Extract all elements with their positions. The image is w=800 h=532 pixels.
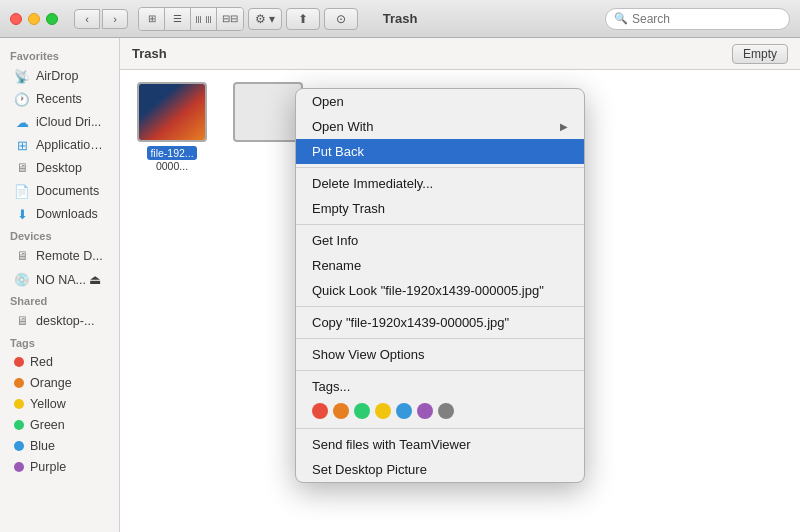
context-menu-quick-look[interactable]: Quick Look "file-1920x1439-000005.jpg" — [296, 278, 584, 303]
separator-2 — [296, 224, 584, 225]
favorites-section-title: Favorites — [0, 46, 119, 64]
content-toolbar: Trash Empty — [120, 38, 800, 70]
context-menu-open-with-label: Open With — [312, 119, 373, 134]
sidebar-item-red[interactable]: Red — [4, 352, 115, 372]
tag-red[interactable] — [312, 403, 328, 419]
context-menu-view-options[interactable]: Show View Options — [296, 342, 584, 367]
file-thumbnail-1 — [137, 82, 207, 142]
clock-icon: 🕐 — [14, 91, 30, 107]
context-menu-delete[interactable]: Delete Immediately... — [296, 171, 584, 196]
shared-section-title: Shared — [0, 291, 119, 309]
context-menu-copy[interactable]: Copy "file-1920x1439-000005.jpg" — [296, 310, 584, 335]
separator-1 — [296, 167, 584, 168]
sidebar-item-desktop-share[interactable]: 🖥 desktop-... — [4, 310, 115, 332]
nav-buttons: ‹ › — [74, 9, 128, 29]
purple-tag-dot — [14, 462, 24, 472]
share-button[interactable]: ⬆ — [286, 8, 320, 30]
sidebar: Favorites 📡 AirDrop 🕐 Recents ☁ iCloud D… — [0, 38, 120, 532]
desktop-icon: 🖥 — [14, 160, 30, 176]
context-menu-get-info-label: Get Info — [312, 233, 358, 248]
sidebar-item-label: Blue — [30, 439, 55, 453]
app-icon: ⊞ — [14, 137, 30, 153]
file-item-1[interactable]: file-192... 0000... — [132, 82, 212, 172]
tag-yellow[interactable] — [375, 403, 391, 419]
document-icon: 📄 — [14, 183, 30, 199]
file-label-1: file-192... — [147, 146, 196, 160]
green-tag-dot — [14, 420, 24, 430]
list-view-button[interactable]: ☰ — [165, 8, 191, 30]
sidebar-item-nona[interactable]: 💿 NO NA... ⏏ — [4, 268, 115, 290]
sidebar-item-recents[interactable]: 🕐 Recents — [4, 88, 115, 110]
context-menu-empty-trash-label: Empty Trash — [312, 201, 385, 216]
context-menu-set-desktop[interactable]: Set Desktop Picture — [296, 457, 584, 482]
sidebar-item-green[interactable]: Green — [4, 415, 115, 435]
sidebar-item-icloud[interactable]: ☁ iCloud Dri... — [4, 111, 115, 133]
context-menu-open-with[interactable]: Open With ▶ — [296, 114, 584, 139]
sidebar-item-applications[interactable]: ⊞ Application... — [4, 134, 115, 156]
context-menu-put-back-label: Put Back — [312, 144, 364, 159]
airdrop-icon: 📡 — [14, 68, 30, 84]
context-menu-teamviewer-label: Send files with TeamViewer — [312, 437, 471, 452]
context-menu-view-options-label: Show View Options — [312, 347, 425, 362]
sidebar-item-label: Application... — [36, 138, 105, 152]
devices-section-title: Devices — [0, 226, 119, 244]
context-menu-get-info[interactable]: Get Info — [296, 228, 584, 253]
content-area: Trash Empty file-192... 0000... Open — [120, 38, 800, 532]
context-menu-quick-look-label: Quick Look "file-1920x1439-000005.jpg" — [312, 283, 544, 298]
disk-icon: 💿 — [14, 271, 30, 287]
empty-trash-button[interactable]: Empty — [732, 44, 788, 64]
sidebar-item-label: Orange — [30, 376, 72, 390]
tag-green[interactable] — [354, 403, 370, 419]
blue-tag-dot — [14, 441, 24, 451]
red-tag-dot — [14, 357, 24, 367]
traffic-lights — [10, 13, 58, 25]
sidebar-item-label: iCloud Dri... — [36, 115, 101, 129]
context-menu-copy-label: Copy "file-1920x1439-000005.jpg" — [312, 315, 509, 330]
context-menu-set-desktop-label: Set Desktop Picture — [312, 462, 427, 477]
close-button[interactable] — [10, 13, 22, 25]
search-bar[interactable]: 🔍 — [605, 8, 790, 30]
separator-4 — [296, 338, 584, 339]
view-mode-group: ⊞ ☰ ⫼⫼ ⊟⊟ — [138, 7, 244, 31]
context-menu-tags[interactable]: Tags... — [296, 374, 584, 399]
sidebar-item-blue[interactable]: Blue — [4, 436, 115, 456]
sidebar-item-airdrop[interactable]: 📡 AirDrop — [4, 65, 115, 87]
context-menu-rename[interactable]: Rename — [296, 253, 584, 278]
tag-purple[interactable] — [417, 403, 433, 419]
tag-gray[interactable] — [438, 403, 454, 419]
sidebar-item-label: Documents — [36, 184, 99, 198]
sidebar-item-label: Red — [30, 355, 53, 369]
sidebar-item-downloads[interactable]: ⬇ Downloads — [4, 203, 115, 225]
file-thumbnail-2 — [233, 82, 303, 142]
sidebar-item-label: desktop-... — [36, 314, 94, 328]
context-menu-empty-trash[interactable]: Empty Trash — [296, 196, 584, 221]
context-menu-put-back[interactable]: Put Back — [296, 139, 584, 164]
sidebar-item-desktop[interactable]: 🖥 Desktop — [4, 157, 115, 179]
sidebar-item-remote[interactable]: 🖥 Remote D... — [4, 245, 115, 267]
back-button[interactable]: ‹ — [74, 9, 100, 29]
sidebar-item-documents[interactable]: 📄 Documents — [4, 180, 115, 202]
context-menu-open[interactable]: Open — [296, 89, 584, 114]
context-menu-teamviewer[interactable]: Send files with TeamViewer — [296, 432, 584, 457]
minimize-button[interactable] — [28, 13, 40, 25]
column-view-button[interactable]: ⫼⫼ — [191, 8, 217, 30]
sidebar-item-label: AirDrop — [36, 69, 78, 83]
view-options-button[interactable]: ⚙ ▾ — [248, 8, 282, 30]
context-menu-open-label: Open — [312, 94, 344, 109]
submenu-arrow-icon: ▶ — [560, 121, 568, 132]
tag-orange[interactable] — [333, 403, 349, 419]
sidebar-item-label: Green — [30, 418, 65, 432]
sidebar-item-label: Yellow — [30, 397, 66, 411]
gallery-view-button[interactable]: ⊟⊟ — [217, 8, 243, 30]
content-title: Trash — [132, 46, 724, 61]
edit-tags-button[interactable]: ⊙ — [324, 8, 358, 30]
search-input[interactable] — [632, 12, 781, 26]
tag-blue[interactable] — [396, 403, 412, 419]
forward-button[interactable]: › — [102, 9, 128, 29]
search-icon: 🔍 — [614, 12, 628, 25]
sidebar-item-orange[interactable]: Orange — [4, 373, 115, 393]
sidebar-item-purple[interactable]: Purple — [4, 457, 115, 477]
sidebar-item-yellow[interactable]: Yellow — [4, 394, 115, 414]
icon-view-button[interactable]: ⊞ — [139, 8, 165, 30]
maximize-button[interactable] — [46, 13, 58, 25]
